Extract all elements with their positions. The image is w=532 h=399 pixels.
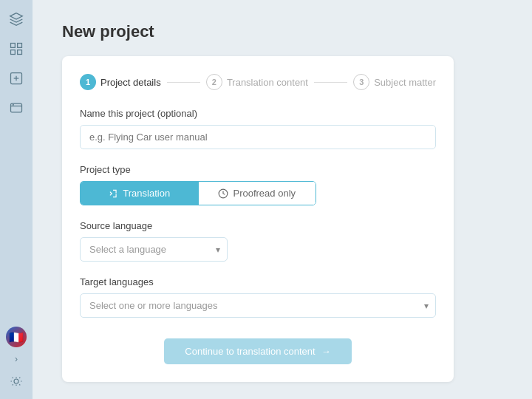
svg-rect-2 (11, 50, 16, 55)
project-type-group: Project type Translation Proofread on (80, 164, 436, 205)
project-type-label: Project type (80, 164, 436, 175)
page-title: New project (62, 22, 502, 41)
svg-point-8 (13, 104, 13, 105)
continue-button[interactable]: Continue to translation content → (164, 338, 351, 364)
avatar[interactable]: 🇫🇷 (6, 327, 27, 347)
source-language-wrapper: Select a language ▾ (80, 237, 228, 262)
step-divider-1 (167, 82, 200, 83)
step-2: 2 Translation content (206, 74, 308, 90)
new-project-card: 1 Project details 2 Translation content … (62, 56, 454, 382)
step-3-circle: 3 (353, 74, 369, 90)
step-2-label: Translation content (227, 77, 308, 88)
step-3: 3 Subject matter (353, 74, 436, 90)
target-languages-select[interactable]: Select one or more languages (80, 293, 436, 318)
step-divider-2 (314, 82, 347, 83)
translation-type-button[interactable]: Translation (81, 182, 198, 205)
project-name-group: Name this project (optional) (80, 108, 436, 149)
project-name-label: Name this project (optional) (80, 108, 436, 119)
grid-icon[interactable] (4, 37, 28, 61)
main-content: New project 1 Project details 2 Translat… (33, 0, 532, 399)
svg-rect-7 (11, 103, 22, 112)
project-type-toggle: Translation Proofread only (80, 181, 316, 205)
settings-icon[interactable] (6, 371, 27, 392)
target-languages-wrapper: Select one or more languages ▾ (80, 293, 436, 318)
expand-sidebar-button[interactable]: › (9, 352, 24, 366)
cube-icon[interactable] (4, 7, 28, 31)
step-1-circle: 1 (80, 74, 96, 90)
step-1-label: Project details (100, 77, 161, 88)
target-languages-label: Target languages (80, 276, 436, 287)
stepper: 1 Project details 2 Translation content … (80, 74, 436, 90)
source-language-label: Source language (80, 220, 436, 231)
svg-point-9 (14, 379, 18, 383)
add-square-icon[interactable] (4, 66, 28, 90)
svg-rect-1 (18, 44, 22, 48)
svg-rect-3 (18, 50, 22, 55)
media-icon[interactable] (4, 96, 28, 120)
project-name-input[interactable] (80, 125, 436, 149)
target-languages-group: Target languages Select one or more lang… (80, 276, 436, 318)
svg-rect-0 (11, 44, 16, 48)
step-1: 1 Project details (80, 74, 161, 90)
step-2-circle: 2 (206, 74, 222, 90)
source-language-group: Source language Select a language ▾ (80, 220, 436, 262)
step-3-label: Subject matter (374, 77, 436, 88)
sidebar: 🇫🇷 › (0, 0, 33, 399)
source-language-select[interactable]: Select a language (80, 237, 228, 262)
proofread-type-button[interactable]: Proofread only (198, 182, 316, 205)
